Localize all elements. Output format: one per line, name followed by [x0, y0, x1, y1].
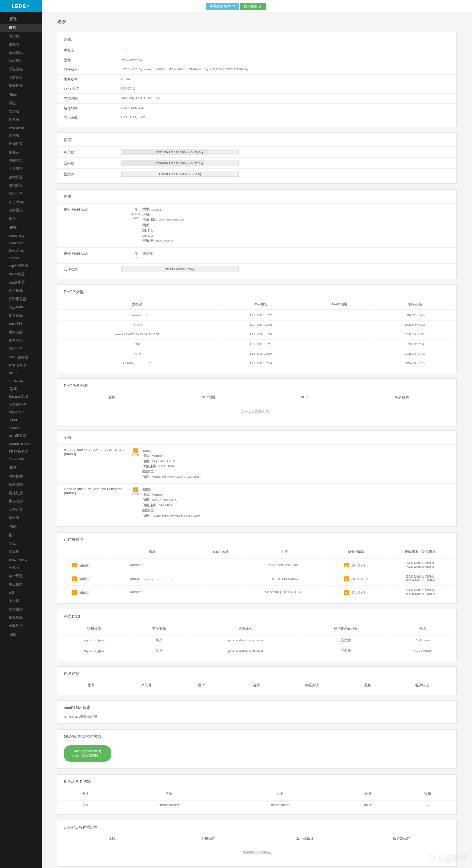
table-cell: Unavailabled — [225, 800, 335, 809]
sidebar-item[interactable]: 硬盘休眠 — [0, 311, 42, 320]
sidebar-item[interactable]: 网络共享 — [0, 190, 42, 198]
sidebar-item[interactable]: Koolss — [0, 424, 42, 432]
ipv6-wan-iface-icon: ⇅? — [129, 251, 142, 260]
table-row: *ad192.168.1.15119h 9m 56s — [58, 339, 455, 348]
sidebar-item[interactable]: DHCP/DNS — [0, 556, 42, 564]
sidebar-item[interactable]: 多线负载 — [0, 613, 42, 622]
sidebar-item[interactable]: 短循路由 — [0, 605, 42, 613]
sidebar-item[interactable]: 防火墙 — [0, 597, 42, 605]
sidebar-item[interactable]: 主机名 — [0, 564, 42, 572]
system-row: 平均负载1.33, 1.74, 1.97 — [57, 113, 456, 122]
sidebar-item[interactable]: 打印服务器 — [0, 295, 42, 303]
sidebar-item[interactable]: Aria2 配置 — [0, 278, 42, 287]
sidebar-item[interactable]: 网址过滤 — [0, 489, 42, 497]
sidebar-item[interactable]: Ngrok设置 — [0, 270, 42, 278]
assoc-signal: 📶-51 / 0 dBm — [328, 572, 385, 584]
ipv6-details: 未连接 — [142, 251, 450, 260]
sidebar-item[interactable]: 时钟同步 — [0, 156, 42, 165]
sidebar-item[interactable]: 交换机 — [0, 548, 42, 556]
sidebar-item[interactable]: 重启 — [0, 214, 42, 223]
sidebar-item[interactable]: 石像鬼QoS — [0, 400, 42, 408]
sidebar-item[interactable]: UPnP — [0, 370, 42, 377]
sidebar-item[interactable]: 驱动配置 — [0, 173, 42, 181]
sidebar-item[interactable]: 无线 — [0, 539, 42, 548]
sidebar-item[interactable]: CPU限制 — [0, 181, 42, 190]
sidebar-item[interactable]: 上网记录 — [0, 505, 42, 514]
sidebar-item[interactable]: OpenVPN — [0, 456, 42, 463]
sidebar-item[interactable]: SoftEtherVPN — [0, 440, 42, 447]
panel-memory: 内存 可用数382120 kB / 515024 kB (74%)空闲数3706… — [57, 132, 457, 184]
sidebar-item[interactable]: Syncthing — [0, 247, 42, 254]
sidebar-item[interactable]: 文件管理 — [0, 165, 42, 173]
sidebar-item[interactable]: FTP 服务器 — [0, 361, 42, 370]
sidebar-item[interactable]: SQM QoS — [0, 408, 42, 416]
sidebar-category[interactable]: 管控 — [0, 463, 42, 472]
sidebar-item[interactable]: 诊断 — [0, 588, 42, 597]
sidebar-item[interactable]: 时间控制 — [0, 472, 42, 481]
top-badge[interactable]: 自动更新 开 — [240, 3, 266, 10]
sidebar-item[interactable]: ddnsto — [0, 254, 42, 262]
sidebar-item[interactable]: 访问限制 — [0, 481, 42, 489]
sidebar-item[interactable]: 备份/升级 — [0, 198, 42, 206]
sidebar-item[interactable]: 系统日志 — [0, 48, 42, 57]
sidebar-item[interactable]: 计划任务 — [0, 140, 42, 148]
sidebar-item[interactable]: 硬盘空闲 — [0, 336, 42, 345]
memory-bar: 370600 kB / 515024 kB (71%) — [121, 160, 239, 166]
sidebar-category[interactable]: 退出 — [0, 630, 42, 639]
sidebar-item[interactable]: Emong QoS — [0, 393, 42, 400]
sidebar-item[interactable]: 网络唤醒 — [0, 328, 42, 336]
table-header: IPv4地址 — [217, 299, 305, 310]
sidebar-item[interactable]: 迅雷快鸟 — [0, 287, 42, 295]
sidebar-item[interactable]: 负载均衡 — [0, 622, 42, 630]
sidebar-item[interactable]: 防火墙 — [0, 32, 42, 40]
panel-system-title: 系统 — [57, 37, 456, 46]
sidebar-item[interactable]: Koolproxy — [0, 232, 42, 239]
sidebar-item[interactable]: 软件包 — [0, 116, 42, 124]
sidebar-item[interactable]: 管理权 — [0, 107, 42, 116]
table-header: 详情 — [401, 789, 455, 799]
wifi-radio: Generic 802.11bgn Wireless Controller (r… — [57, 444, 456, 483]
wlan-badge: wlan0 — [78, 564, 90, 567]
sidebar-item[interactable]: 接口 — [0, 531, 42, 539]
sidebar-category[interactable]: QoS — [0, 384, 42, 393]
sidebar-item[interactable]: 启动项 — [0, 131, 42, 140]
sidebar-item[interactable]: 概览 — [0, 24, 42, 32]
sidebar-category[interactable]: 系统 — [0, 90, 42, 99]
sidebar-item[interactable]: 动态DNS — [0, 303, 42, 311]
sidebar-item[interactable]: 实时信息 — [0, 73, 42, 82]
wlan-badge: wlan1 — [78, 577, 90, 581]
sidebar-item[interactable]: 流量统计 — [0, 82, 42, 90]
sidebar-item[interactable]: miniDLNA — [0, 377, 42, 384]
assoc-net: Master " . . . . . . . . . . . . . . . " — [105, 585, 199, 598]
system-val: PHICOMM K3 — [121, 58, 450, 62]
sidebar-item[interactable]: 协议过滤 — [0, 497, 42, 505]
sidebar-category[interactable]: 服务 — [0, 223, 42, 232]
watermark: 什么值得买 — [428, 853, 468, 864]
sidebar-item[interactable]: Frp内网穿透 — [0, 262, 42, 270]
sidebar-item[interactable]: WIFI 计划 — [0, 320, 42, 328]
sidebar-category[interactable]: VPN — [0, 416, 42, 424]
sidebar-item[interactable]: 定时重启 — [0, 206, 42, 214]
sidebar-item[interactable]: WebShell — [0, 124, 42, 131]
sidebar-category[interactable]: 状况 — [0, 14, 42, 24]
sidebar-item[interactable]: SSR服务器 — [0, 432, 42, 440]
sidebar-category[interactable]: 网络 — [0, 522, 42, 531]
sidebar-item[interactable]: 系统 — [0, 99, 42, 107]
sidebar-item[interactable]: 网络唤 — [0, 514, 42, 522]
sidebar-item[interactable]: 静态路由 — [0, 580, 42, 588]
sidebar-item[interactable]: KMS 服务器 — [0, 353, 42, 361]
sidebar-item[interactable]: 挂载点 — [0, 148, 42, 156]
sidebar-item[interactable]: 路由表 — [0, 40, 42, 48]
sidebar-item[interactable]: Koolddns — [0, 239, 42, 247]
sidebar-item[interactable]: 网络共享 — [0, 345, 42, 353]
sidebar-item[interactable]: 系统进程 — [0, 65, 42, 73]
wlan-badge: wlan1 — [78, 591, 90, 595]
assoc-row: 📶wlan0Master " . . . . . . . . . . . . .… — [58, 558, 455, 571]
sidebar-item[interactable]: ARP绑定 — [0, 572, 42, 580]
sidebar-item[interactable]: PPTP服务器 — [0, 447, 42, 456]
table-cell — [305, 311, 374, 319]
sidebar-item[interactable]: 内核日志 — [0, 57, 42, 65]
top-badge[interactable]: 未获知新版本 11 — [206, 3, 239, 10]
assoc-host: *-one.lan (192.168.1.24... — [242, 585, 327, 598]
wifi-icon: 📶 — [72, 563, 77, 567]
